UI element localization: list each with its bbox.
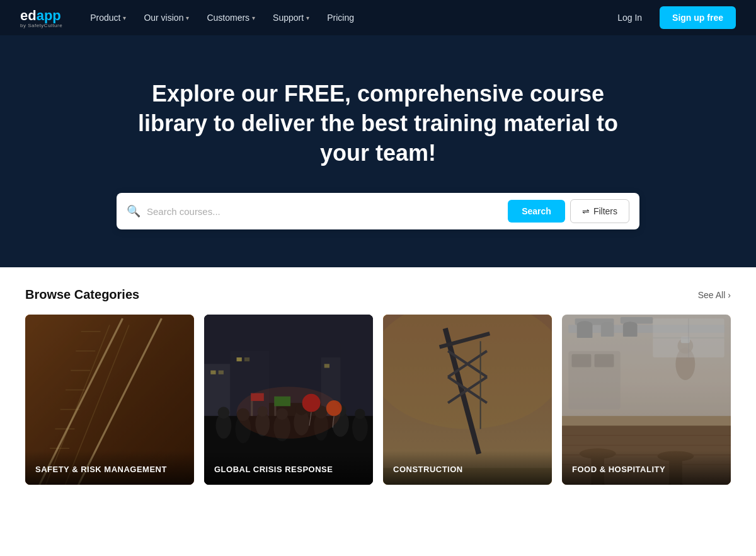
nav-vision[interactable]: Our vision ▾ [136,8,197,28]
hero-section: Explore our FREE, comprehensive course l… [0,35,756,267]
section-header: Browse Categories See All › [25,287,731,302]
nav-pricing[interactable]: Pricing [319,8,362,28]
nav-customers[interactable]: Customers ▾ [199,8,263,28]
filters-label: Filters [593,206,617,216]
card-label-construction: CONSTRUCTION [383,451,552,485]
filters-button[interactable]: ⇌ Filters [570,199,629,223]
logo[interactable]: edapp by SafetyCulture [20,8,62,28]
logo-app: app [37,8,61,23]
category-card-global[interactable]: GLOBAL CRISIS RESPONSE [204,315,373,485]
nav-links: Product ▾ Our vision ▾ Customers ▾ Suppo… [83,8,610,28]
signup-button[interactable]: Sign up free [660,6,736,29]
search-bar: 🔍 Search ⇌ Filters [117,193,639,229]
hero-title: Explore our FREE, comprehensive course l… [132,79,624,168]
categories-grid: SAFETY & RISK MANAGEMENT [25,315,731,485]
nav-customers-label: Customers [207,13,249,23]
see-all-label: See All [698,290,726,300]
nav-support-label: Support [273,13,304,23]
navbar-right: Log In Sign up free [610,6,736,29]
category-card-construction[interactable]: CONSTRUCTION [383,315,552,485]
logo-sub: by SafetyCulture [20,23,62,28]
browse-title: Browse Categories [25,287,139,302]
nav-product[interactable]: Product ▾ [83,8,134,28]
nav-customers-chevron: ▾ [252,14,255,21]
nav-vision-chevron: ▾ [186,14,189,21]
logo-ed: ed [20,8,37,23]
category-card-safety[interactable]: SAFETY & RISK MANAGEMENT [25,315,194,485]
category-card-food[interactable]: FOOD & HOSPITALITY [562,315,731,485]
main-content: Browse Categories See All › [0,267,756,505]
nav-support-chevron: ▾ [306,14,309,21]
logo-text: edapp [20,8,62,24]
nav-product-chevron: ▾ [123,14,126,21]
filters-icon: ⇌ [582,206,590,216]
search-icon: 🔍 [127,204,140,218]
login-button[interactable]: Log In [610,8,650,28]
nav-support[interactable]: Support ▾ [265,8,317,28]
card-label-text-food: FOOD & HOSPITALITY [572,465,665,474]
card-label-text-construction: CONSTRUCTION [393,465,463,474]
see-all-link[interactable]: See All › [698,290,731,300]
nav-product-label: Product [90,13,120,23]
navbar: edapp by SafetyCulture Product ▾ Our vis… [0,0,756,35]
card-label-safety: SAFETY & RISK MANAGEMENT [25,451,194,485]
nav-vision-label: Our vision [144,13,183,23]
search-button[interactable]: Search [508,200,565,223]
card-label-text-global: GLOBAL CRISIS RESPONSE [214,465,333,474]
search-input[interactable] [147,206,503,217]
card-label-global: GLOBAL CRISIS RESPONSE [204,451,373,485]
card-label-text-safety: SAFETY & RISK MANAGEMENT [35,465,167,474]
card-label-food: FOOD & HOSPITALITY [562,451,731,485]
nav-pricing-label: Pricing [327,13,354,23]
see-all-chevron: › [728,290,731,300]
